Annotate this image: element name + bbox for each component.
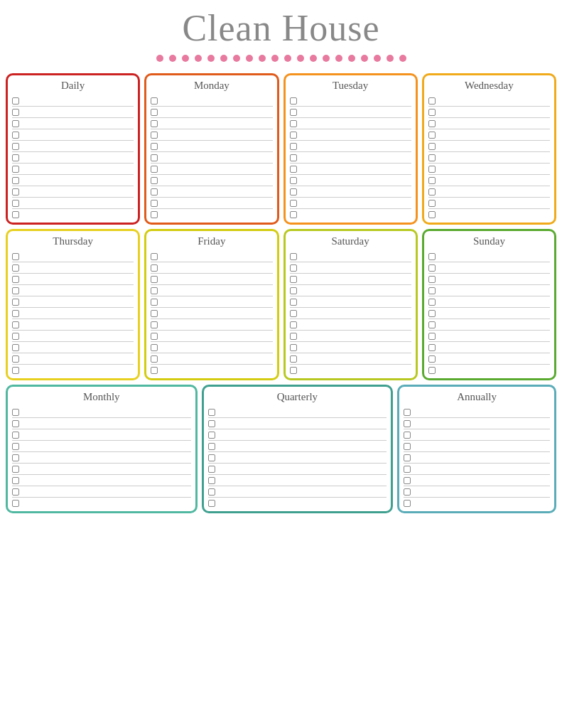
checkbox[interactable] (208, 420, 215, 427)
checkbox[interactable] (151, 166, 158, 173)
checkbox[interactable] (151, 355, 158, 363)
checkbox[interactable] (428, 355, 436, 363)
checkbox[interactable] (208, 432, 215, 439)
checkbox[interactable] (151, 253, 158, 260)
checkbox[interactable] (12, 367, 19, 374)
checkbox[interactable] (151, 143, 158, 150)
checkbox[interactable] (404, 443, 411, 450)
checkbox[interactable] (12, 287, 19, 294)
checkbox[interactable] (12, 166, 19, 173)
checkbox[interactable] (12, 120, 19, 127)
checkbox[interactable] (290, 211, 297, 218)
checkbox[interactable] (151, 97, 158, 105)
checkbox[interactable] (12, 466, 19, 473)
checkbox[interactable] (12, 432, 19, 439)
checkbox[interactable] (208, 477, 215, 484)
checkbox[interactable] (290, 321, 297, 328)
checkbox[interactable] (428, 299, 436, 306)
checkbox[interactable] (428, 211, 436, 218)
checkbox[interactable] (151, 120, 158, 127)
checkbox[interactable] (151, 367, 158, 374)
checkbox[interactable] (290, 276, 297, 283)
checkbox[interactable] (12, 211, 19, 218)
checkbox[interactable] (12, 355, 19, 363)
checkbox[interactable] (208, 500, 215, 507)
checkbox[interactable] (12, 109, 19, 116)
checkbox[interactable] (12, 321, 19, 328)
checkbox[interactable] (428, 253, 436, 260)
checkbox[interactable] (290, 299, 297, 306)
checkbox[interactable] (404, 409, 411, 416)
checkbox[interactable] (151, 299, 158, 306)
checkbox[interactable] (208, 488, 215, 496)
checkbox[interactable] (12, 310, 19, 317)
checkbox[interactable] (12, 454, 19, 461)
checkbox[interactable] (12, 264, 19, 272)
checkbox[interactable] (12, 443, 19, 450)
checkbox[interactable] (290, 97, 297, 105)
checkbox[interactable] (428, 321, 436, 328)
checkbox[interactable] (151, 109, 158, 116)
checkbox[interactable] (290, 333, 297, 340)
checkbox[interactable] (12, 200, 19, 207)
checkbox[interactable] (290, 166, 297, 173)
checkbox[interactable] (404, 454, 411, 461)
checkbox[interactable] (151, 287, 158, 294)
checkbox[interactable] (290, 143, 297, 150)
checkbox[interactable] (151, 211, 158, 218)
checkbox[interactable] (428, 154, 436, 161)
checkbox[interactable] (428, 200, 436, 207)
checkbox[interactable] (151, 264, 158, 272)
checkbox[interactable] (290, 132, 297, 139)
checkbox[interactable] (428, 143, 436, 150)
checkbox[interactable] (151, 321, 158, 328)
checkbox[interactable] (428, 276, 436, 283)
checkbox[interactable] (151, 333, 158, 340)
checkbox[interactable] (12, 154, 19, 161)
checkbox[interactable] (428, 188, 436, 196)
checkbox[interactable] (428, 120, 436, 127)
checkbox[interactable] (404, 477, 411, 484)
checkbox[interactable] (12, 344, 19, 351)
checkbox[interactable] (428, 264, 436, 272)
checkbox[interactable] (428, 97, 436, 105)
checkbox[interactable] (428, 310, 436, 317)
checkbox[interactable] (404, 488, 411, 496)
checkbox[interactable] (12, 333, 19, 340)
checkbox[interactable] (151, 344, 158, 351)
checkbox[interactable] (404, 466, 411, 473)
checkbox[interactable] (208, 409, 215, 416)
checkbox[interactable] (151, 188, 158, 196)
checkbox[interactable] (290, 344, 297, 351)
checkbox[interactable] (151, 276, 158, 283)
checkbox[interactable] (290, 109, 297, 116)
checkbox[interactable] (290, 264, 297, 272)
checkbox[interactable] (428, 132, 436, 139)
checkbox[interactable] (208, 454, 215, 461)
checkbox[interactable] (151, 132, 158, 139)
checkbox[interactable] (12, 97, 19, 105)
checkbox[interactable] (151, 200, 158, 207)
checkbox[interactable] (12, 488, 19, 496)
checkbox[interactable] (151, 154, 158, 161)
checkbox[interactable] (12, 253, 19, 260)
checkbox[interactable] (290, 367, 297, 374)
checkbox[interactable] (290, 154, 297, 161)
checkbox[interactable] (12, 143, 19, 150)
checkbox[interactable] (290, 287, 297, 294)
checkbox[interactable] (12, 420, 19, 427)
checkbox[interactable] (404, 432, 411, 439)
checkbox[interactable] (151, 310, 158, 317)
checkbox[interactable] (404, 420, 411, 427)
checkbox[interactable] (208, 466, 215, 473)
checkbox[interactable] (290, 177, 297, 184)
checkbox[interactable] (290, 120, 297, 127)
checkbox[interactable] (12, 276, 19, 283)
checkbox[interactable] (151, 177, 158, 184)
checkbox[interactable] (12, 409, 19, 416)
checkbox[interactable] (428, 367, 436, 374)
checkbox[interactable] (12, 177, 19, 184)
checkbox[interactable] (12, 132, 19, 139)
checkbox[interactable] (428, 109, 436, 116)
checkbox[interactable] (290, 310, 297, 317)
